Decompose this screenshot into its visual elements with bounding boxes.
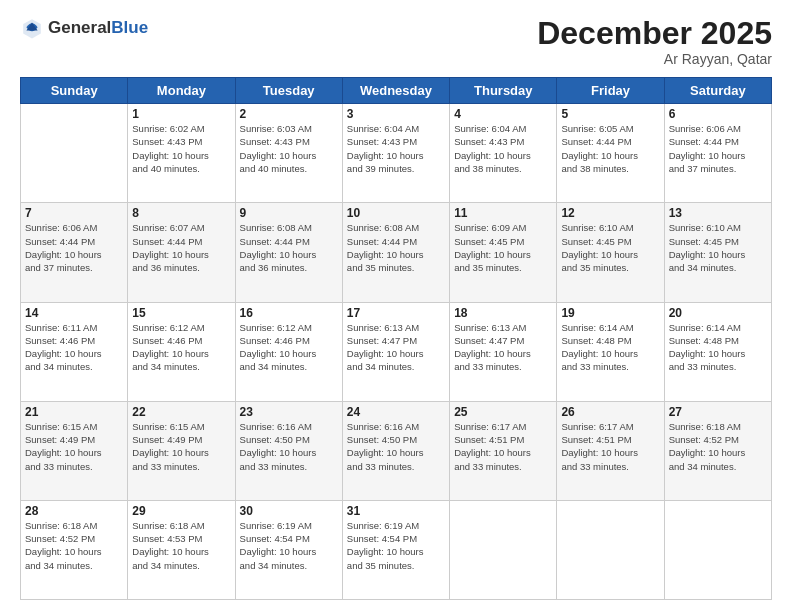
day-info: Sunrise: 6:10 AM Sunset: 4:45 PM Dayligh… [561, 221, 659, 274]
day-info: Sunrise: 6:16 AM Sunset: 4:50 PM Dayligh… [347, 420, 445, 473]
calendar-cell: 3Sunrise: 6:04 AM Sunset: 4:43 PM Daylig… [342, 104, 449, 203]
calendar-cell: 4Sunrise: 6:04 AM Sunset: 4:43 PM Daylig… [450, 104, 557, 203]
day-info: Sunrise: 6:19 AM Sunset: 4:54 PM Dayligh… [240, 519, 338, 572]
day-info: Sunrise: 6:15 AM Sunset: 4:49 PM Dayligh… [25, 420, 123, 473]
day-number: 10 [347, 206, 445, 220]
calendar-cell [664, 500, 771, 599]
day-number: 30 [240, 504, 338, 518]
calendar-header-row: Sunday Monday Tuesday Wednesday Thursday… [21, 78, 772, 104]
logo-general: General [48, 18, 111, 37]
day-info: Sunrise: 6:16 AM Sunset: 4:50 PM Dayligh… [240, 420, 338, 473]
day-number: 16 [240, 306, 338, 320]
day-info: Sunrise: 6:13 AM Sunset: 4:47 PM Dayligh… [347, 321, 445, 374]
day-number: 26 [561, 405, 659, 419]
day-number: 11 [454, 206, 552, 220]
calendar-cell: 25Sunrise: 6:17 AM Sunset: 4:51 PM Dayli… [450, 401, 557, 500]
calendar-cell: 22Sunrise: 6:15 AM Sunset: 4:49 PM Dayli… [128, 401, 235, 500]
day-number: 2 [240, 107, 338, 121]
logo-icon [20, 16, 44, 40]
day-info: Sunrise: 6:12 AM Sunset: 4:46 PM Dayligh… [132, 321, 230, 374]
col-friday: Friday [557, 78, 664, 104]
calendar-cell: 12Sunrise: 6:10 AM Sunset: 4:45 PM Dayli… [557, 203, 664, 302]
day-number: 6 [669, 107, 767, 121]
day-number: 25 [454, 405, 552, 419]
day-info: Sunrise: 6:05 AM Sunset: 4:44 PM Dayligh… [561, 122, 659, 175]
col-sunday: Sunday [21, 78, 128, 104]
calendar-week-1: 1Sunrise: 6:02 AM Sunset: 4:43 PM Daylig… [21, 104, 772, 203]
day-number: 9 [240, 206, 338, 220]
calendar-cell [557, 500, 664, 599]
calendar-cell: 15Sunrise: 6:12 AM Sunset: 4:46 PM Dayli… [128, 302, 235, 401]
day-info: Sunrise: 6:03 AM Sunset: 4:43 PM Dayligh… [240, 122, 338, 175]
header: GeneralBlue December 2025 Ar Rayyan, Qat… [20, 16, 772, 67]
day-info: Sunrise: 6:18 AM Sunset: 4:52 PM Dayligh… [669, 420, 767, 473]
day-number: 22 [132, 405, 230, 419]
col-monday: Monday [128, 78, 235, 104]
day-number: 29 [132, 504, 230, 518]
calendar-cell: 1Sunrise: 6:02 AM Sunset: 4:43 PM Daylig… [128, 104, 235, 203]
calendar-cell: 26Sunrise: 6:17 AM Sunset: 4:51 PM Dayli… [557, 401, 664, 500]
day-info: Sunrise: 6:18 AM Sunset: 4:52 PM Dayligh… [25, 519, 123, 572]
day-number: 23 [240, 405, 338, 419]
day-number: 17 [347, 306, 445, 320]
col-tuesday: Tuesday [235, 78, 342, 104]
day-info: Sunrise: 6:11 AM Sunset: 4:46 PM Dayligh… [25, 321, 123, 374]
day-number: 19 [561, 306, 659, 320]
logo-blue: Blue [111, 18, 148, 37]
day-number: 3 [347, 107, 445, 121]
calendar-cell: 31Sunrise: 6:19 AM Sunset: 4:54 PM Dayli… [342, 500, 449, 599]
calendar-week-5: 28Sunrise: 6:18 AM Sunset: 4:52 PM Dayli… [21, 500, 772, 599]
day-info: Sunrise: 6:04 AM Sunset: 4:43 PM Dayligh… [454, 122, 552, 175]
day-number: 4 [454, 107, 552, 121]
calendar-week-2: 7Sunrise: 6:06 AM Sunset: 4:44 PM Daylig… [21, 203, 772, 302]
calendar-cell: 28Sunrise: 6:18 AM Sunset: 4:52 PM Dayli… [21, 500, 128, 599]
calendar-cell: 30Sunrise: 6:19 AM Sunset: 4:54 PM Dayli… [235, 500, 342, 599]
day-number: 31 [347, 504, 445, 518]
calendar-cell: 8Sunrise: 6:07 AM Sunset: 4:44 PM Daylig… [128, 203, 235, 302]
calendar-cell: 18Sunrise: 6:13 AM Sunset: 4:47 PM Dayli… [450, 302, 557, 401]
day-info: Sunrise: 6:04 AM Sunset: 4:43 PM Dayligh… [347, 122, 445, 175]
title-area: December 2025 Ar Rayyan, Qatar [537, 16, 772, 67]
calendar-cell: 2Sunrise: 6:03 AM Sunset: 4:43 PM Daylig… [235, 104, 342, 203]
col-saturday: Saturday [664, 78, 771, 104]
calendar-cell: 9Sunrise: 6:08 AM Sunset: 4:44 PM Daylig… [235, 203, 342, 302]
day-info: Sunrise: 6:08 AM Sunset: 4:44 PM Dayligh… [347, 221, 445, 274]
day-info: Sunrise: 6:06 AM Sunset: 4:44 PM Dayligh… [25, 221, 123, 274]
day-number: 21 [25, 405, 123, 419]
day-number: 8 [132, 206, 230, 220]
calendar-cell: 17Sunrise: 6:13 AM Sunset: 4:47 PM Dayli… [342, 302, 449, 401]
day-number: 13 [669, 206, 767, 220]
day-number: 20 [669, 306, 767, 320]
calendar: Sunday Monday Tuesday Wednesday Thursday… [20, 77, 772, 600]
day-info: Sunrise: 6:14 AM Sunset: 4:48 PM Dayligh… [561, 321, 659, 374]
calendar-cell [21, 104, 128, 203]
calendar-cell: 20Sunrise: 6:14 AM Sunset: 4:48 PM Dayli… [664, 302, 771, 401]
day-number: 7 [25, 206, 123, 220]
day-info: Sunrise: 6:18 AM Sunset: 4:53 PM Dayligh… [132, 519, 230, 572]
calendar-cell: 21Sunrise: 6:15 AM Sunset: 4:49 PM Dayli… [21, 401, 128, 500]
calendar-cell: 16Sunrise: 6:12 AM Sunset: 4:46 PM Dayli… [235, 302, 342, 401]
day-info: Sunrise: 6:08 AM Sunset: 4:44 PM Dayligh… [240, 221, 338, 274]
calendar-cell: 27Sunrise: 6:18 AM Sunset: 4:52 PM Dayli… [664, 401, 771, 500]
day-number: 27 [669, 405, 767, 419]
day-info: Sunrise: 6:12 AM Sunset: 4:46 PM Dayligh… [240, 321, 338, 374]
day-info: Sunrise: 6:14 AM Sunset: 4:48 PM Dayligh… [669, 321, 767, 374]
calendar-cell: 13Sunrise: 6:10 AM Sunset: 4:45 PM Dayli… [664, 203, 771, 302]
calendar-week-4: 21Sunrise: 6:15 AM Sunset: 4:49 PM Dayli… [21, 401, 772, 500]
day-number: 24 [347, 405, 445, 419]
calendar-cell: 6Sunrise: 6:06 AM Sunset: 4:44 PM Daylig… [664, 104, 771, 203]
calendar-cell: 29Sunrise: 6:18 AM Sunset: 4:53 PM Dayli… [128, 500, 235, 599]
logo: GeneralBlue [20, 16, 148, 40]
day-info: Sunrise: 6:15 AM Sunset: 4:49 PM Dayligh… [132, 420, 230, 473]
day-info: Sunrise: 6:09 AM Sunset: 4:45 PM Dayligh… [454, 221, 552, 274]
col-wednesday: Wednesday [342, 78, 449, 104]
page: GeneralBlue December 2025 Ar Rayyan, Qat… [0, 0, 792, 612]
day-number: 1 [132, 107, 230, 121]
calendar-cell: 10Sunrise: 6:08 AM Sunset: 4:44 PM Dayli… [342, 203, 449, 302]
calendar-cell: 14Sunrise: 6:11 AM Sunset: 4:46 PM Dayli… [21, 302, 128, 401]
day-number: 5 [561, 107, 659, 121]
calendar-cell: 24Sunrise: 6:16 AM Sunset: 4:50 PM Dayli… [342, 401, 449, 500]
day-number: 28 [25, 504, 123, 518]
calendar-cell: 11Sunrise: 6:09 AM Sunset: 4:45 PM Dayli… [450, 203, 557, 302]
subtitle: Ar Rayyan, Qatar [537, 51, 772, 67]
